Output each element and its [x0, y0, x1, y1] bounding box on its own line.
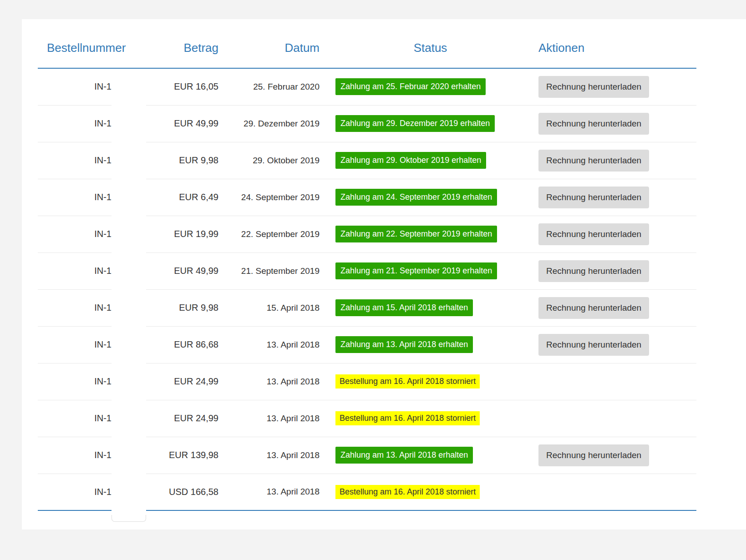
status-badge: Bestellung am 16. April 2018 storniert	[335, 374, 480, 388]
download-invoice-button[interactable]: Rechnung herunterladen	[538, 113, 649, 135]
actions-cell: Rechnung herunterladen	[532, 216, 696, 252]
date-cell: 13. April 2018	[229, 474, 329, 510]
date-cell: 29. Dezember 2019	[229, 105, 329, 142]
amount-cell: EUR 49,99	[147, 105, 229, 142]
download-invoice-button[interactable]: Rechnung herunterladen	[538, 334, 649, 356]
date-cell: 22. September 2019	[229, 216, 329, 252]
date-cell: 13. April 2018	[229, 326, 329, 363]
status-badge: Zahlung am 29. Oktober 2019 erhalten	[335, 152, 486, 169]
status-cell: Bestellung am 16. April 2018 storniert	[329, 400, 532, 437]
download-invoice-button[interactable]: Rechnung herunterladen	[538, 297, 649, 319]
amount-cell: EUR 16,05	[147, 68, 229, 105]
date-cell: 13. April 2018	[229, 400, 329, 437]
status-badge: Zahlung am 21. September 2019 erhalten	[335, 262, 497, 279]
actions-cell: Rechnung herunterladen	[532, 252, 696, 289]
actions-cell: Rechnung herunterladen	[532, 289, 696, 326]
date-cell: 13. April 2018	[229, 363, 329, 400]
status-cell: Zahlung am 29. Dezember 2019 erhalten	[329, 105, 532, 142]
status-badge: Zahlung am 22. September 2019 erhalten	[335, 226, 497, 242]
download-invoice-button[interactable]: Rechnung herunterladen	[538, 444, 649, 466]
column-header-aktionen[interactable]: Aktionen	[532, 33, 696, 68]
amount-cell: EUR 19,99	[147, 216, 229, 252]
status-cell: Zahlung am 13. April 2018 erhalten	[329, 437, 532, 474]
amount-cell: USD 166,58	[147, 474, 229, 510]
date-cell: 21. September 2019	[229, 252, 329, 289]
status-badge: Zahlung am 25. Februar 2020 erhalten	[335, 78, 486, 95]
status-badge: Bestellung am 16. April 2018 storniert	[335, 485, 480, 499]
date-cell: 29. Oktober 2019	[229, 142, 329, 179]
actions-cell: Rechnung herunterladen	[532, 179, 696, 216]
date-cell: 13. April 2018	[229, 437, 329, 474]
download-invoice-button[interactable]: Rechnung herunterladen	[538, 150, 649, 172]
status-cell: Bestellung am 16. April 2018 storniert	[329, 363, 532, 400]
redaction-overlay-tab	[112, 515, 146, 522]
download-invoice-button[interactable]: Rechnung herunterladen	[538, 223, 649, 245]
redaction-overlay	[112, 70, 146, 515]
status-cell: Zahlung am 22. September 2019 erhalten	[329, 216, 532, 252]
status-cell: Zahlung am 29. Oktober 2019 erhalten	[329, 142, 532, 179]
status-cell: Zahlung am 13. April 2018 erhalten	[329, 326, 532, 363]
column-header-datum[interactable]: Datum	[229, 33, 329, 68]
table-header: Bestellnummer Betrag Datum Status Aktion…	[38, 33, 696, 68]
amount-cell: EUR 49,99	[147, 252, 229, 289]
amount-cell: EUR 139,98	[147, 437, 229, 474]
status-cell: Zahlung am 15. April 2018 erhalten	[329, 289, 532, 326]
amount-cell: EUR 86,68	[147, 326, 229, 363]
actions-cell	[532, 474, 696, 510]
date-cell: 25. Februar 2020	[229, 68, 329, 105]
status-badge: Zahlung am 29. Dezember 2019 erhalten	[335, 115, 495, 132]
date-cell: 24. September 2019	[229, 179, 329, 216]
download-invoice-button[interactable]: Rechnung herunterladen	[538, 260, 649, 282]
actions-cell: Rechnung herunterladen	[532, 142, 696, 179]
amount-cell: EUR 24,99	[147, 400, 229, 437]
column-header-status[interactable]: Status	[329, 33, 532, 68]
status-cell: Zahlung am 24. September 2019 erhalten	[329, 179, 532, 216]
actions-cell	[532, 400, 696, 437]
date-cell: 15. April 2018	[229, 289, 329, 326]
amount-cell: EUR 24,99	[147, 363, 229, 400]
column-header-betrag[interactable]: Betrag	[147, 33, 229, 68]
actions-cell: Rechnung herunterladen	[532, 68, 696, 105]
actions-cell	[532, 363, 696, 400]
status-badge: Bestellung am 16. April 2018 storniert	[335, 411, 480, 425]
download-invoice-button[interactable]: Rechnung herunterladen	[538, 76, 649, 98]
status-cell: Bestellung am 16. April 2018 storniert	[329, 474, 532, 510]
actions-cell: Rechnung herunterladen	[532, 105, 696, 142]
amount-cell: EUR 9,98	[147, 289, 229, 326]
download-invoice-button[interactable]: Rechnung herunterladen	[538, 187, 649, 208]
status-badge: Zahlung am 24. September 2019 erhalten	[335, 189, 497, 206]
status-badge: Zahlung am 13. April 2018 erhalten	[335, 447, 473, 464]
amount-cell: EUR 9,98	[147, 142, 229, 179]
column-header-bestellnummer[interactable]: Bestellnummer	[38, 33, 147, 68]
actions-cell: Rechnung herunterladen	[532, 326, 696, 363]
status-badge: Zahlung am 15. April 2018 erhalten	[335, 299, 473, 316]
amount-cell: EUR 6,49	[147, 179, 229, 216]
status-badge: Zahlung am 13. April 2018 erhalten	[335, 336, 473, 353]
actions-cell: Rechnung herunterladen	[532, 437, 696, 474]
status-cell: Zahlung am 25. Februar 2020 erhalten	[329, 68, 532, 105]
table-header-row: Bestellnummer Betrag Datum Status Aktion…	[38, 33, 696, 68]
status-cell: Zahlung am 21. September 2019 erhalten	[329, 252, 532, 289]
